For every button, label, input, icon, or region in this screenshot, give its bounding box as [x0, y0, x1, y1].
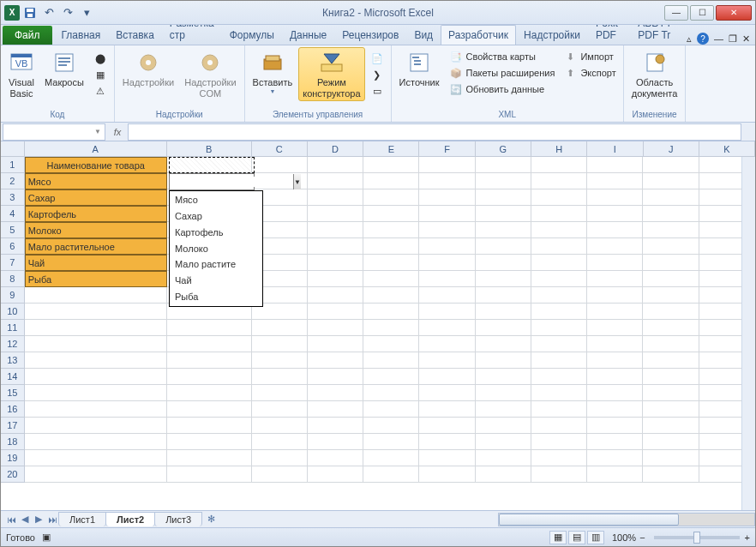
combo-option[interactable]: Рыба: [170, 289, 262, 305]
cell[interactable]: [476, 401, 531, 418]
cell[interactable]: [531, 255, 587, 271]
cell[interactable]: [643, 271, 699, 287]
cell[interactable]: [531, 287, 587, 304]
tab-developer[interactable]: Разработчик: [441, 25, 516, 45]
cell[interactable]: [419, 336, 475, 352]
mdi-close-icon[interactable]: ✕: [742, 33, 750, 45]
cell[interactable]: [531, 385, 587, 401]
cell[interactable]: [167, 401, 252, 418]
cell[interactable]: [587, 173, 643, 189]
cell[interactable]: [531, 418, 587, 434]
cell[interactable]: [308, 385, 363, 401]
cell[interactable]: [167, 466, 252, 483]
cell[interactable]: [531, 206, 587, 222]
cell[interactable]: [587, 206, 643, 222]
sheet-tab-1[interactable]: Лист1: [58, 512, 106, 526]
cell[interactable]: [476, 238, 531, 255]
formula-bar[interactable]: [128, 123, 741, 141]
cell[interactable]: [531, 238, 587, 255]
map-props-button[interactable]: 📑Свойства карты: [446, 49, 559, 64]
fx-icon[interactable]: fx: [107, 127, 128, 137]
cell[interactable]: [476, 336, 531, 352]
zoom-out-button[interactable]: −: [639, 532, 645, 543]
cell[interactable]: [308, 271, 363, 287]
cell[interactable]: [643, 450, 699, 466]
select-all-corner[interactable]: [1, 141, 25, 157]
cell[interactable]: [363, 287, 419, 304]
cell[interactable]: [363, 401, 419, 418]
sheet-tab-3[interactable]: Лист3: [154, 512, 202, 526]
cell[interactable]: [476, 434, 531, 450]
tab-view[interactable]: Вид: [406, 25, 441, 45]
row-header[interactable]: 12: [1, 336, 25, 352]
cell[interactable]: [587, 369, 643, 385]
cell[interactable]: [363, 238, 419, 255]
cell[interactable]: [643, 418, 699, 434]
cell[interactable]: [419, 434, 475, 450]
cell[interactable]: [587, 157, 643, 173]
cell[interactable]: [643, 173, 699, 189]
cell[interactable]: [252, 352, 308, 369]
macro-security-button[interactable]: ⚠: [90, 83, 111, 99]
cell[interactable]: [419, 238, 475, 255]
cell[interactable]: [308, 418, 363, 434]
cell[interactable]: [419, 385, 475, 401]
cell[interactable]: [476, 466, 531, 483]
tab-insert[interactable]: Вставка: [108, 25, 162, 45]
row-header[interactable]: 15: [1, 385, 25, 401]
cell[interactable]: [643, 255, 699, 271]
tab-review[interactable]: Рецензиров: [334, 25, 406, 45]
row-header[interactable]: 11: [1, 320, 25, 336]
sheet-nav-next[interactable]: ▶: [32, 513, 45, 526]
zoom-slider[interactable]: [654, 536, 740, 539]
cell[interactable]: [252, 466, 308, 483]
tab-home[interactable]: Главная: [54, 25, 109, 45]
cell[interactable]: [167, 418, 252, 434]
cell[interactable]: [419, 222, 475, 238]
row-header[interactable]: 3: [1, 189, 25, 206]
minimize-button[interactable]: —: [664, 5, 688, 21]
zoom-in-button[interactable]: +: [745, 532, 750, 543]
cell[interactable]: [419, 255, 475, 271]
cell[interactable]: [587, 222, 643, 238]
cell[interactable]: [643, 238, 699, 255]
cell[interactable]: [252, 369, 308, 385]
row-header[interactable]: 2: [1, 173, 25, 189]
ribbon-minimize-icon[interactable]: ▵: [687, 33, 692, 45]
cell[interactable]: [643, 466, 699, 483]
cell[interactable]: [363, 434, 419, 450]
cell[interactable]: [363, 336, 419, 352]
cell[interactable]: Молоко: [25, 222, 167, 238]
col-header-g[interactable]: G: [476, 141, 531, 157]
cell[interactable]: Картофель: [25, 206, 167, 222]
cell[interactable]: [643, 434, 699, 450]
cell[interactable]: [308, 222, 363, 238]
combobox-input[interactable]: [170, 177, 293, 187]
cell[interactable]: [308, 466, 363, 483]
view-layout-button[interactable]: ▤: [568, 531, 585, 544]
cell[interactable]: [25, 418, 167, 434]
cell[interactable]: [363, 157, 419, 173]
combo-option[interactable]: Чай: [170, 273, 262, 289]
cell[interactable]: [363, 271, 419, 287]
cell[interactable]: [363, 352, 419, 369]
import-button[interactable]: ⬇Импорт: [560, 49, 619, 64]
com-addins-button[interactable]: Надстройки COM: [180, 47, 240, 101]
cell[interactable]: Мясо: [25, 173, 167, 189]
sheet-nav-first[interactable]: ⏮: [4, 513, 18, 526]
col-header-f[interactable]: F: [419, 141, 475, 157]
cell[interactable]: Рыба: [25, 271, 167, 287]
cell[interactable]: [531, 304, 587, 320]
cell[interactable]: [419, 401, 475, 418]
cell[interactable]: [587, 271, 643, 287]
cell[interactable]: [25, 320, 167, 336]
cell[interactable]: [308, 352, 363, 369]
cell[interactable]: [252, 450, 308, 466]
cell[interactable]: [25, 401, 167, 418]
cell[interactable]: [476, 206, 531, 222]
cell[interactable]: [476, 385, 531, 401]
row-header[interactable]: 19: [1, 450, 25, 466]
col-header-b[interactable]: B: [167, 141, 252, 157]
cell[interactable]: [363, 304, 419, 320]
cell[interactable]: [476, 320, 531, 336]
